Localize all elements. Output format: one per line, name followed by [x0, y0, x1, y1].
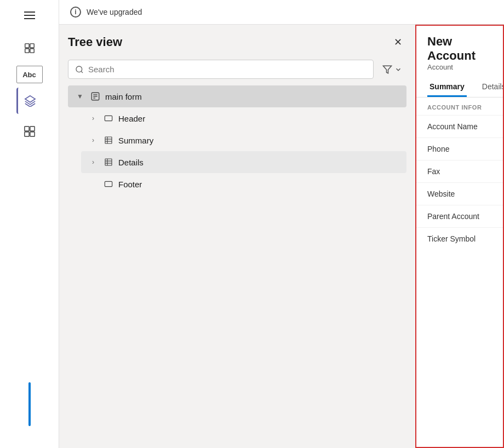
dashboard-icon: [24, 42, 36, 54]
svg-rect-6: [30, 127, 34, 131]
layers-icon: [24, 95, 36, 107]
left-sidebar: Abc: [0, 0, 59, 448]
svg-rect-21: [105, 159, 112, 165]
sidebar-item-layers[interactable]: [16, 88, 43, 114]
tree-item-footer-label: Footer: [118, 180, 142, 189]
grid-icon-summary: [103, 135, 114, 146]
field-label-fax: Fax: [427, 167, 440, 176]
tree-root: ▼ main form ›: [68, 85, 406, 195]
close-button[interactable]: ✕: [389, 33, 406, 51]
svg-rect-7: [24, 132, 28, 136]
hamburger-line-3: [24, 18, 35, 19]
search-input-wrap: [68, 60, 374, 79]
section-header-account-info: ACCOUNT INFOR: [416, 97, 503, 116]
sidebar-item-components[interactable]: [16, 118, 43, 145]
chevron-header: ›: [88, 113, 99, 124]
tree-item-summary-label: Summary: [118, 136, 153, 145]
tab-details[interactable]: Details: [480, 78, 504, 97]
search-icon: [75, 65, 84, 74]
right-panel-body: ACCOUNT INFOR Account Name Phone Fax Web…: [416, 97, 503, 447]
svg-marker-11: [383, 66, 392, 73]
tree-item-details-label: Details: [118, 158, 144, 167]
tree-item-main-form-label: main form: [105, 92, 142, 101]
sidebar-item-dashboard[interactable]: [16, 35, 43, 61]
field-label-ticker-symbol: Ticker Symbol: [427, 234, 476, 243]
tree-item-header[interactable]: › Header: [81, 107, 406, 129]
svg-rect-0: [25, 44, 28, 48]
field-parent-account: Parent Account: [416, 205, 503, 228]
content-row: Tree view ✕: [59, 25, 504, 448]
main-content: i We've upgraded Tree view ✕: [59, 0, 504, 448]
svg-rect-8: [30, 132, 34, 136]
tree-item-summary[interactable]: › Summary: [81, 129, 406, 151]
tree-view-header: Tree view ✕: [68, 33, 406, 51]
sidebar-item-text[interactable]: Abc: [16, 66, 43, 83]
account-title: New Account: [427, 35, 492, 63]
field-phone: Phone: [416, 138, 503, 160]
tree-children: › Header ›: [68, 107, 406, 195]
field-label-phone: Phone: [427, 145, 449, 153]
tab-summary[interactable]: Summary: [427, 78, 467, 97]
left-edge-bar: [28, 382, 31, 426]
form-icon: [90, 91, 101, 102]
field-label-website: Website: [427, 189, 455, 198]
tree-item-main-form[interactable]: ▼ main form: [68, 85, 406, 107]
chevron-main-form: ▼: [75, 91, 85, 102]
components-icon: [24, 125, 36, 137]
tree-view-panel: Tree view ✕: [59, 25, 415, 448]
abc-label: Abc: [22, 71, 36, 79]
svg-rect-1: [30, 44, 33, 48]
svg-rect-17: [105, 137, 112, 143]
tree-item-details[interactable]: › Details: [81, 151, 406, 173]
right-panel: New Account Account Summary Details ACCO…: [415, 25, 504, 448]
chevron-summary: ›: [88, 135, 99, 146]
svg-line-10: [81, 71, 83, 73]
right-panel-header: New Account Account Summary Details: [416, 26, 503, 97]
svg-rect-25: [105, 181, 112, 186]
svg-rect-5: [24, 127, 28, 131]
hamburger-line-2: [24, 15, 35, 16]
tree-item-header-label: Header: [118, 114, 145, 123]
tree-item-footer[interactable]: › Footer: [81, 173, 406, 195]
filter-button[interactable]: [378, 61, 406, 78]
filter-icon: [382, 65, 392, 74]
field-account-name: Account Name: [416, 116, 503, 138]
svg-rect-16: [105, 116, 112, 120]
rectangle-icon-footer: [103, 179, 114, 189]
svg-rect-3: [30, 49, 33, 53]
svg-rect-2: [25, 49, 28, 53]
info-icon: i: [70, 7, 81, 18]
grid-icon-details: [103, 157, 114, 168]
account-subtitle: Account: [427, 63, 492, 71]
svg-point-9: [76, 66, 82, 72]
top-notification-bar: i We've upgraded: [59, 0, 504, 25]
rectangle-icon-header: [103, 113, 114, 124]
svg-marker-4: [25, 96, 35, 102]
field-label-account-name: Account Name: [427, 122, 478, 131]
field-ticker-symbol: Ticker Symbol: [416, 228, 503, 250]
field-label-parent-account: Parent Account: [427, 212, 479, 221]
field-website: Website: [416, 183, 503, 205]
hamburger-line-1: [24, 12, 35, 13]
notification-text: We've upgraded: [87, 8, 142, 16]
search-container: [68, 60, 406, 79]
search-input[interactable]: [88, 65, 366, 74]
hamburger-menu[interactable]: [20, 5, 39, 25]
tree-view-title: Tree view: [68, 35, 122, 49]
chevron-down-icon: [394, 66, 402, 73]
tabs-row: Summary Details: [427, 78, 492, 97]
field-fax: Fax: [416, 160, 503, 183]
chevron-details: ›: [88, 157, 99, 168]
